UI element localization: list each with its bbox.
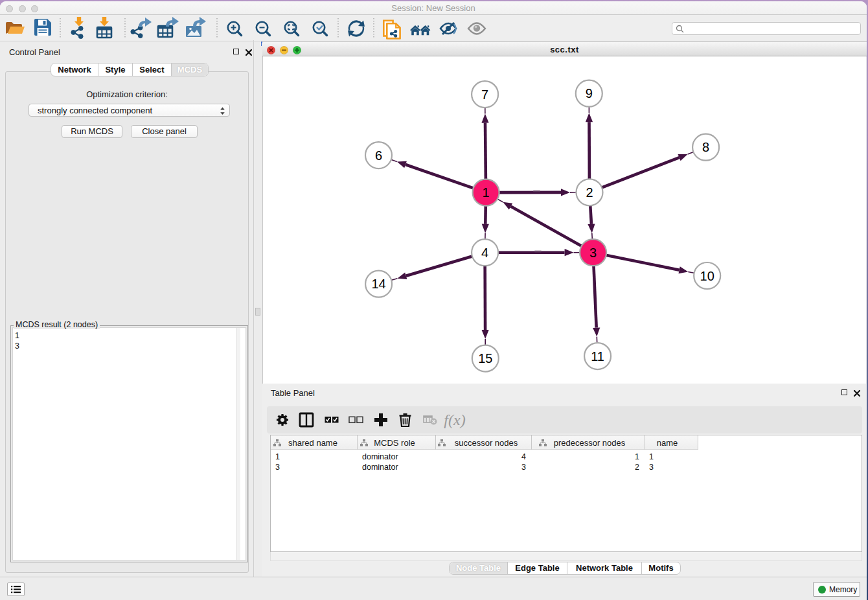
svg-text:f(x): f(x) (444, 411, 465, 428)
svg-text:4: 4 (481, 246, 488, 260)
svg-text:14: 14 (371, 277, 385, 291)
svg-text:15: 15 (478, 351, 492, 365)
svg-text:9: 9 (586, 86, 593, 100)
svg-text:3: 3 (589, 246, 597, 260)
svg-text:2: 2 (586, 185, 593, 200)
svg-text:10: 10 (700, 269, 714, 283)
svg-text:1: 1 (483, 185, 490, 200)
svg-text:11: 11 (591, 349, 604, 363)
svg-text:7: 7 (481, 87, 488, 102)
svg-text:6: 6 (375, 148, 382, 163)
svg-text:8: 8 (702, 140, 709, 154)
